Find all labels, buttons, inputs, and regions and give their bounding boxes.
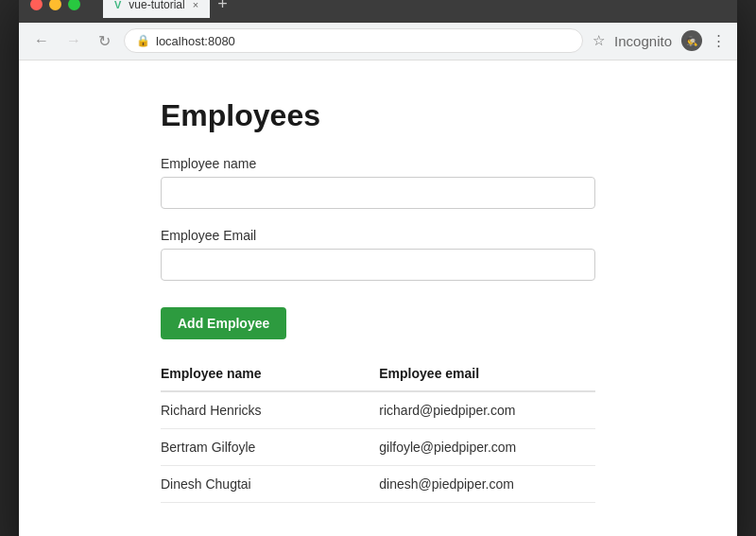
maximize-button[interactable] bbox=[68, 0, 80, 10]
url-text: localhost:8080 bbox=[156, 34, 235, 48]
page-title: Employees bbox=[161, 98, 595, 133]
address-bar: ← → ↻ 🔒 localhost:8080 ☆ Incognito 🕵 ⋮ bbox=[19, 23, 737, 61]
reload-button[interactable]: ↻ bbox=[94, 30, 114, 52]
incognito-badge: 🕵 bbox=[681, 30, 702, 51]
name-form-section: Employee name bbox=[161, 156, 595, 209]
name-label: Employee name bbox=[161, 156, 595, 171]
active-tab[interactable]: V vue-tutorial × bbox=[103, 0, 210, 18]
table-row: Bertram Gilfoylegilfoyle@piedpiper.com bbox=[161, 428, 595, 465]
email-form-section: Employee Email bbox=[161, 228, 595, 281]
col-header-name: Employee name bbox=[161, 366, 379, 391]
employees-table: Employee name Employee email Richard Hen… bbox=[161, 366, 595, 503]
email-label: Employee Email bbox=[161, 228, 595, 243]
employee-name-cell: Richard Henricks bbox=[161, 391, 379, 429]
browser-window: V vue-tutorial × + ← → ↻ 🔒 localhost:808… bbox=[19, 0, 737, 536]
table-row: Dinesh Chugtaidinesh@piedpiper.com bbox=[161, 465, 595, 502]
table-row: Richard Henricksrichard@piedpiper.com bbox=[161, 391, 595, 429]
employee-name-cell: Bertram Gilfoyle bbox=[161, 428, 379, 465]
page-content: Employees Employee name Employee Email A… bbox=[19, 61, 737, 537]
employee-email-cell: dinesh@piedpiper.com bbox=[379, 465, 595, 502]
employee-name-cell: Dinesh Chugtai bbox=[161, 465, 379, 502]
lock-icon: 🔒 bbox=[136, 34, 150, 47]
more-options-icon[interactable]: ⋮ bbox=[712, 32, 726, 49]
forward-button[interactable]: → bbox=[62, 30, 85, 51]
employee-email-cell: richard@piedpiper.com bbox=[379, 391, 595, 429]
back-button[interactable]: ← bbox=[30, 30, 53, 51]
title-bar: V vue-tutorial × + bbox=[19, 0, 737, 23]
bookmark-icon[interactable]: ☆ bbox=[593, 32, 605, 49]
col-header-email: Employee email bbox=[379, 366, 595, 391]
new-tab-button[interactable]: + bbox=[217, 0, 228, 14]
tab-title: vue-tutorial bbox=[129, 0, 184, 11]
employee-email-cell: gilfoyle@piedpiper.com bbox=[379, 428, 595, 465]
add-employee-button[interactable]: Add Employee bbox=[161, 307, 286, 339]
minimize-button[interactable] bbox=[49, 0, 61, 10]
incognito-label-text: Incognito bbox=[614, 33, 672, 49]
incognito-icon: 🕵 bbox=[686, 36, 697, 46]
close-button[interactable] bbox=[30, 0, 43, 10]
vue-icon: V bbox=[114, 0, 121, 10]
email-input[interactable] bbox=[161, 249, 595, 281]
url-bar[interactable]: 🔒 localhost:8080 bbox=[124, 28, 583, 53]
tab-bar: V vue-tutorial × + bbox=[103, 0, 228, 23]
tab-close-icon[interactable]: × bbox=[193, 0, 198, 10]
traffic-lights bbox=[30, 0, 80, 10]
name-input[interactable] bbox=[161, 177, 595, 209]
address-bar-actions: ☆ Incognito 🕵 ⋮ bbox=[593, 30, 726, 51]
